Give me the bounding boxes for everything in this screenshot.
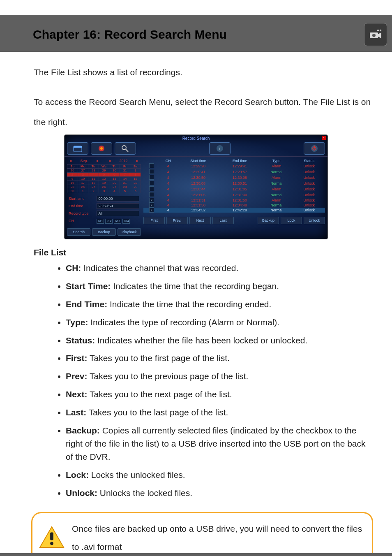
cal-cell[interactable]: 14 [120, 176, 130, 181]
search-button[interactable]: Search [67, 228, 90, 236]
cal-cell[interactable]: 30 [67, 189, 78, 193]
calendar[interactable]: SuMoTuWeThFrSa 2627282930311234567891011… [67, 164, 141, 193]
end-time-input[interactable]: 23:59:59 [97, 203, 139, 209]
row-checkbox[interactable]: ✓ [149, 203, 154, 208]
close-icon[interactable]: × [322, 136, 326, 140]
cal-cell[interactable]: 3 [99, 189, 109, 193]
month-prev-icon[interactable]: ◄ [69, 159, 72, 163]
cal-cell[interactable]: 2 [67, 172, 78, 176]
cell-start: 12:30:50 [177, 175, 220, 181]
cal-cell[interactable]: 2 [88, 189, 99, 193]
cal-cell[interactable]: 17 [78, 181, 88, 185]
backup-button[interactable]: Backup [92, 228, 115, 236]
year-prev-icon[interactable]: ◄ [108, 159, 111, 163]
row-checkbox[interactable]: ✓ [149, 208, 154, 213]
ch-checkbox[interactable]: ☑ 4 [122, 219, 130, 224]
table-row[interactable]: ✓412:34:5212:42:28NormalUnlock [143, 208, 325, 213]
cal-cell[interactable]: 5 [120, 189, 130, 193]
description: Indicates the channel that was recorded. [81, 263, 238, 273]
cal-cell[interactable]: 1 [130, 168, 141, 172]
cal-cell[interactable]: 19 [99, 181, 109, 185]
cal-cell[interactable]: 26 [67, 168, 78, 172]
prev-button[interactable]: Prev. [166, 217, 188, 224]
description: Indicate the time that the recording end… [107, 299, 271, 309]
year-next-icon[interactable]: ► [136, 159, 139, 163]
row-checkbox[interactable] [149, 186, 154, 191]
row-checkbox[interactable] [149, 181, 154, 185]
tab-power[interactable] [304, 142, 325, 155]
dvr-title-text: Record Search [182, 136, 210, 141]
cal-cell[interactable]: 23 [67, 185, 78, 189]
row-checkbox[interactable] [149, 175, 154, 180]
cal-cell[interactable]: 22 [130, 181, 141, 185]
cal-cell[interactable]: 1 [78, 189, 88, 193]
cal-cell[interactable]: 18 [88, 181, 99, 185]
ch-checkbox[interactable]: ☑ 2 [105, 219, 113, 224]
description: Takes you to the next page of the list. [88, 389, 232, 399]
cal-cell[interactable]: 27 [78, 168, 88, 172]
table-row[interactable]: 412:29:2012:29:41AlarmUnlock [143, 163, 325, 169]
cal-cell[interactable]: 4 [109, 189, 120, 193]
tab-calendar[interactable] [67, 142, 88, 155]
cal-cell[interactable]: 30 [109, 168, 120, 172]
cal-cell[interactable]: 11 [88, 176, 99, 181]
cal-cell[interactable]: 12 [99, 176, 109, 181]
cal-cell[interactable]: 28 [88, 168, 99, 172]
cal-cell[interactable]: 31 [120, 168, 130, 172]
tab-settings[interactable] [91, 142, 112, 155]
unlock-button[interactable]: Unlock [304, 217, 325, 224]
cal-cell[interactable]: 7 [120, 172, 130, 176]
svg-point-0 [377, 30, 379, 31]
table-row[interactable]: ✓412:31:3112:31:50AlarmUnlock [143, 198, 325, 203]
cal-cell[interactable]: 28 [120, 185, 130, 189]
description: Locks the unlocked files. [89, 470, 185, 480]
cal-cell[interactable]: 8 [130, 172, 141, 176]
cal-cell[interactable]: 27 [109, 185, 120, 189]
table-row[interactable]: 412:29:4112:29:57NormalUnlock [143, 169, 325, 175]
cal-cell[interactable]: 29 [130, 185, 141, 189]
cal-cell[interactable]: 15 [130, 176, 141, 181]
chapter-header: Chapter 16: Record Search Menu [0, 15, 392, 52]
tab-info[interactable]: i [209, 142, 231, 155]
next-button[interactable]: Next [189, 217, 211, 224]
cell-end: 12:29:41 [220, 163, 260, 169]
cal-cell[interactable]: 24 [78, 185, 88, 189]
playback-button[interactable]: Playback [118, 228, 141, 236]
cal-cell[interactable]: 13 [109, 176, 120, 181]
first-button[interactable]: First [143, 217, 165, 224]
start-time-input[interactable]: 00:00:00 [97, 196, 139, 202]
cal-cell[interactable]: 9 [67, 176, 78, 181]
table-row[interactable]: 412:31:0512:31:30NormalUnlock [143, 192, 325, 198]
row-checkbox[interactable] [149, 192, 154, 197]
cal-cell[interactable]: 5 [99, 172, 109, 176]
cell-status: Unlock [293, 203, 325, 208]
cal-cell[interactable]: 25 [88, 185, 99, 189]
cal-cell[interactable]: 3 [78, 172, 88, 176]
cal-cell[interactable]: 20 [109, 181, 120, 185]
lock-button[interactable]: Lock [281, 217, 302, 224]
row-checkbox[interactable] [149, 163, 154, 168]
cal-cell[interactable]: 6 [109, 172, 120, 176]
month-next-icon[interactable]: ► [96, 159, 100, 163]
cal-cell[interactable]: 26 [99, 185, 109, 189]
table-row[interactable]: 412:30:5012:30:08AlarmUnlock [143, 175, 325, 181]
record-type-select[interactable]: All [97, 211, 139, 216]
table-row[interactable]: ✓412:31:5012:34:48NormalUnlock [143, 203, 325, 208]
tab-search[interactable] [115, 142, 136, 155]
row-checkbox[interactable] [149, 169, 154, 174]
ch-checkbox[interactable]: ☑ 3 [114, 219, 121, 224]
cal-cell[interactable]: 21 [120, 181, 130, 185]
table-row[interactable]: 412:30:0812:30:51NormalUnlock [143, 181, 325, 186]
cal-cell[interactable]: 16 [67, 181, 78, 185]
cal-cell[interactable]: 6 [130, 189, 141, 193]
list-item: CH: Indicates the channel that was recor… [66, 262, 369, 280]
pager-backup-button[interactable]: Backup [258, 217, 279, 224]
table-row[interactable]: 412:30:4412:31:05AlarmUnlock [143, 186, 325, 192]
last-button[interactable]: Last [212, 217, 234, 224]
row-checkbox[interactable]: ✓ [149, 198, 154, 203]
ch-checkbox[interactable]: ☑ 1 [97, 219, 104, 224]
cell-type: Alarm [260, 163, 293, 169]
cal-cell[interactable]: 10 [78, 176, 88, 181]
cal-cell[interactable]: 4 [88, 172, 99, 176]
cal-cell[interactable]: 29 [99, 168, 109, 172]
